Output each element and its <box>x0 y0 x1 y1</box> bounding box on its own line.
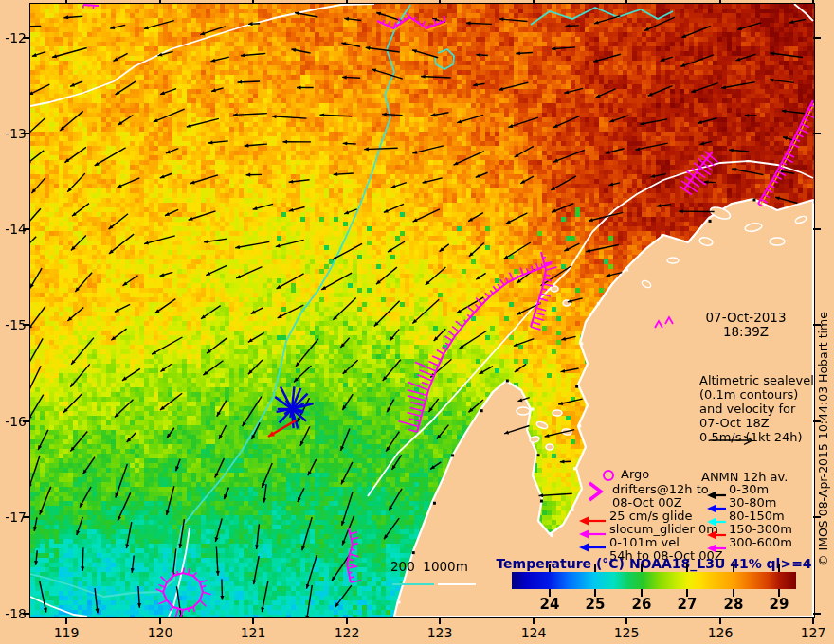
x-axis-tick <box>65 617 67 624</box>
x-axis-tick <box>626 617 627 624</box>
map-date: 07-Oct-2013 <box>665 311 826 325</box>
x-axis-tick <box>439 617 441 624</box>
colorbar-tick <box>733 564 734 572</box>
map-time: 18:39Z <box>665 325 826 339</box>
x-axis-tick <box>719 617 721 624</box>
x-tick-label: 127 <box>792 625 834 640</box>
colorbar-tick-label: 24 <box>534 596 566 613</box>
altimetry-note-line: and velocity for <box>699 402 814 416</box>
x-axis-tick-top <box>533 0 535 4</box>
x-axis-tick <box>346 617 348 624</box>
altimetry-note-line: Altimetric sealevel <box>699 373 814 387</box>
y-axis-tick-right <box>813 133 821 134</box>
x-axis-tick <box>252 617 254 624</box>
x-axis-tick-top <box>159 0 161 4</box>
x-tick-label: 125 <box>606 625 647 640</box>
glide-label: 25 cm/s glide <box>609 510 693 523</box>
y-tick-label: -16 <box>0 414 27 429</box>
altimetry-note-line: (0.1m contours) <box>699 387 814 402</box>
x-tick-label: 122 <box>326 625 368 640</box>
y-axis-tick-right <box>813 420 821 422</box>
x-axis-tick <box>159 617 161 624</box>
anmn-label: 30-80m <box>729 496 776 510</box>
y-tick-label: -18 <box>0 606 27 621</box>
y-axis-tick-right <box>813 516 821 518</box>
colorbar-tick <box>686 564 688 572</box>
colorbar-title: Temperature (°C) NOAA18_L3U 41% ql>=4 <box>474 556 834 571</box>
y-tick-label: -13 <box>0 126 27 141</box>
x-axis-tick-top <box>812 0 814 4</box>
colorbar-tick <box>594 564 596 572</box>
colorbar-tick <box>641 564 643 572</box>
isobath-1000m-line <box>438 583 476 585</box>
x-axis-tick-top <box>252 0 254 4</box>
x-axis-tick <box>533 617 535 624</box>
velocity-scale-arrow-icon <box>709 434 758 447</box>
vel-arrow-icon <box>578 538 607 556</box>
anmn-label: 80-150m <box>729 510 785 523</box>
colorbar-tick-label: 27 <box>671 596 703 613</box>
argo-marker-icon <box>603 470 614 481</box>
anmn-label: 0-30m <box>729 483 769 496</box>
colorbar-gradient <box>512 572 796 589</box>
drifter-chevron-icon <box>588 481 605 504</box>
altimetry-note-line: 07-Oct 18Z <box>699 416 814 430</box>
y-tick-label: -12 <box>0 30 27 45</box>
y-tick-label: -15 <box>0 317 27 332</box>
x-axis-tick-top <box>626 0 627 4</box>
isobath-key-label: 200 1000m <box>390 559 468 574</box>
y-axis-tick-right <box>813 37 821 39</box>
x-tick-label: 121 <box>232 625 274 640</box>
drifters-label-line1: drifters@12h to <box>612 483 709 496</box>
x-axis-tick <box>812 617 814 624</box>
y-axis-tick-right <box>813 228 821 230</box>
x-tick-label: 126 <box>699 625 741 640</box>
x-axis-tick-top <box>65 0 67 4</box>
y-axis-tick-right <box>813 324 821 326</box>
map-datetime: 07-Oct-2013 18:39Z <box>665 311 826 339</box>
argo-label: Argo <box>621 468 649 481</box>
y-axis-tick-right <box>813 613 821 615</box>
y-tick-label: -14 <box>0 222 27 237</box>
y-tick-label: -17 <box>0 510 27 525</box>
x-axis-tick-top <box>719 0 721 4</box>
isobath-200m-line <box>392 583 434 585</box>
x-axis-tick-top <box>346 0 348 4</box>
colorbar-tick-label: 26 <box>626 596 658 613</box>
temperature-colorbar: Temperature (°C) NOAA18_L3U 41% ql>=4 24… <box>512 557 796 616</box>
colorbar-tick-label: 28 <box>717 596 750 613</box>
drifters-label-line2: 08-Oct 00Z <box>612 496 682 510</box>
anmn-arrow-icon <box>706 539 727 557</box>
x-axis-tick-top <box>439 0 441 4</box>
colorbar-tick <box>549 564 551 572</box>
x-tick-label: 120 <box>139 625 181 640</box>
anmn-label: 300-600m <box>729 536 792 549</box>
colorbar-tick-label: 29 <box>763 596 795 613</box>
x-tick-label: 119 <box>45 625 87 640</box>
slocum-label: slocum_glider 0m <box>609 523 718 536</box>
vel-label: 0-101m vel <box>609 536 680 549</box>
x-tick-label: 123 <box>419 625 461 640</box>
colorbar-tick-label: 25 <box>579 596 611 613</box>
imos-sst-map-page: 07-Oct-2013 18:39Z Altimetric sealevel (… <box>0 0 834 644</box>
x-tick-label: 124 <box>513 625 554 640</box>
anmn-label: 150-300m <box>729 523 792 536</box>
copyright-vertical-text: © IMOS 08-Apr-2015 10:44:03 Hobart time <box>816 312 830 566</box>
colorbar-tick <box>778 564 780 572</box>
